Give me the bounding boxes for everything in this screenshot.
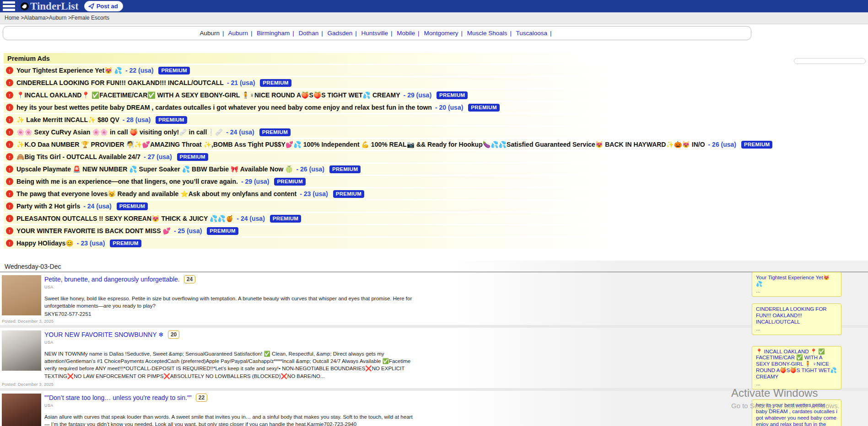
- premium-ad-row[interactable]: Your Tightest Experience Yet😻 💦 - 22 (us…: [4, 65, 612, 76]
- premium-ad-title[interactable]: Happy HOlidays😊: [16, 240, 74, 247]
- premium-badge: PREMIUM: [207, 227, 238, 235]
- premium-ad-title[interactable]: PLEASANTON OUTCALLS !! SEXY KOREAN😻 THIC…: [16, 215, 233, 222]
- listing-title-link[interactable]: Petite, brunette, and dangerously unforg…: [44, 276, 180, 283]
- premium-ad-row[interactable]: Party with 2 Hot girls - 24 (usa) PREMIU…: [4, 201, 612, 212]
- sidebar-ad-link[interactable]: hey its your best wettes petite baby DRE…: [756, 402, 837, 426]
- premium-ad-row[interactable]: hey its your best wettes petite baby DRE…: [4, 102, 612, 113]
- premium-ad-title[interactable]: hey its your best wettes petite baby DRE…: [16, 104, 432, 111]
- sidebar-ad-ellipsis: ...: [756, 381, 837, 387]
- premium-ad-row[interactable]: Being with me is an experience—one that …: [4, 176, 612, 187]
- breadcrumb[interactable]: Home >Alabama>Auburn >Female Escorts: [0, 12, 868, 24]
- hamburger-menu-icon[interactable]: [3, 1, 15, 11]
- city-separator: |: [222, 30, 224, 37]
- listing-description: Asian allure with curves that speak loud…: [44, 413, 417, 426]
- premium-ads-list: Your Tightest Experience Yet😻 💦 - 22 (us…: [4, 65, 736, 249]
- premium-ad-row[interactable]: 📍INCALL OAKLAND📍 ✅FACETIME/CAR✅ WITH A S…: [4, 90, 612, 101]
- listing-contact: SKYE702-577-2251: [44, 310, 417, 318]
- premium-badge: PREMIUM: [437, 91, 468, 99]
- city-link[interactable]: Montgomery: [424, 30, 458, 37]
- city-link[interactable]: Auburn: [199, 30, 220, 37]
- post-ad-button[interactable]: Post ad: [84, 1, 123, 11]
- premium-badge: PREMIUM: [329, 165, 361, 173]
- listing-thumbnail[interactable]: [2, 330, 41, 371]
- listing-country: USA: [44, 403, 417, 408]
- premium-ad-row[interactable]: Happy HOlidays😊 - 23 (usa) PREMIUM: [4, 238, 612, 249]
- premium-ad-row[interactable]: YOUR WINTER FAVORITE IS BACK DONT MISS 💕…: [4, 225, 612, 236]
- premium-badge: PREMIUM: [177, 153, 208, 161]
- city-link[interactable]: Auburn: [228, 30, 248, 37]
- inline-horizontal-scrollbar[interactable]: [794, 58, 866, 64]
- sidebar-ad-box[interactable]: 📍 INCALL OAKLAND 📍 ✅ FACETIME/CAR ✅ WITH…: [752, 346, 841, 390]
- listing-description: Sweet like honey, bold like espresso. Pe…: [44, 295, 417, 309]
- arrow-up-icon: [6, 141, 13, 148]
- premium-ad-title[interactable]: ✨ Lake Merritt INCALL✨ $80 QV: [16, 116, 119, 123]
- premium-ad-title[interactable]: CINDERELLA LOOKING FOR FUN!!! OAKLAND!!!…: [16, 79, 224, 86]
- premium-ad-row[interactable]: 🌸🌸 Sexy CuRvy Asian 🌸🌸 in call 🍑 visitin…: [4, 127, 612, 138]
- premium-ad-age: - 26 (usa): [296, 165, 324, 173]
- arrow-up-icon: [6, 153, 13, 160]
- listing-title-link[interactable]: YOUR NEW FAVORITE SNOWBUNNY ❄: [44, 331, 164, 338]
- sidebar-ad-ellipsis: ...: [756, 326, 837, 332]
- sidebar-ad-box[interactable]: hey its your best wettes petite baby DRE…: [752, 399, 841, 426]
- city-link[interactable]: Huntsville: [361, 30, 388, 37]
- sidebar-ad-link[interactable]: CINDERELLA LOOKING FOR FUN!!! OAKLAND!!!…: [756, 306, 827, 325]
- listing-thumbnail[interactable]: [2, 275, 41, 315]
- premium-ad-title[interactable]: 🙈Big Tits Girl - OUTCALL Available 24/7: [16, 153, 140, 160]
- listing-item: ""Don’t stare too long… unless you’re re…: [0, 391, 868, 426]
- premium-ad-title[interactable]: YOUR WINTER FAVORITE IS BACK DONT MISS 💕: [16, 227, 171, 234]
- site-logo[interactable]: TinderList: [21, 1, 79, 11]
- city-link[interactable]: Mobile: [397, 30, 415, 37]
- premium-ad-title[interactable]: 📍INCALL OAKLAND📍 ✅FACETIME/CAR✅ WITH A S…: [16, 91, 400, 99]
- premium-ad-title[interactable]: The pawg that everyone loves😼 Ready and …: [16, 190, 297, 197]
- city-link[interactable]: Gadsden: [327, 30, 352, 37]
- city-nav-box: Auburn| Auburn| Birmingham| Dothan| Gads…: [3, 26, 751, 40]
- paper-plane-icon: [88, 3, 94, 9]
- date-header: Wednesday-03-Dec: [0, 261, 868, 272]
- premium-ad-title[interactable]: Your Tightest Experience Yet😻 💦: [16, 67, 122, 74]
- arrow-up-icon: [6, 202, 13, 210]
- listing-thumbnail[interactable]: [2, 394, 41, 426]
- premium-ad-age: - 21 (usa): [227, 79, 255, 86]
- premium-ad-age: - 24 (usa): [226, 128, 254, 136]
- premium-ad-row[interactable]: ✨K.O Daa NUMBER 🏆 PROVIDER 🧖✨💕AMAZING Th…: [4, 139, 612, 150]
- logo-flame-icon: [21, 2, 29, 11]
- listings-list: Petite, brunette, and dangerously unforg…: [0, 272, 868, 426]
- premium-ad-row[interactable]: PLEASANTON OUTCALLS !! SEXY KOREAN😻 THIC…: [4, 213, 612, 224]
- sidebar-ad-box[interactable]: Your Tightest Experience Yet😻 💦 ...: [752, 272, 841, 297]
- premium-badge: PREMIUM: [333, 190, 364, 198]
- premium-ad-title[interactable]: Upscale Playmate 🚨 NEW NUMBER 💦 Super So…: [16, 165, 293, 173]
- premium-ad-title[interactable]: Party with 2 Hot girls: [16, 202, 80, 210]
- premium-ad-row[interactable]: ✨ Lake Merritt INCALL✨ $80 QV - 28 (usa)…: [4, 114, 612, 125]
- city-link[interactable]: Dothan: [299, 30, 319, 37]
- city-item: Montgomery|: [424, 30, 465, 37]
- premium-ad-title[interactable]: 🌸🌸 Sexy CuRvy Asian 🌸🌸 in call 🍑 visitin…: [16, 128, 223, 136]
- premium-ad-title[interactable]: Being with me is an experience—one that …: [16, 178, 238, 185]
- city-links: Auburn| Auburn| Birmingham| Dothan| Gads…: [199, 30, 554, 37]
- listing-item: YOUR NEW FAVORITE SNOWBUNNY ❄ 20 USA NEW…: [0, 328, 868, 390]
- sidebar-ad-box[interactable]: CINDERELLA LOOKING FOR FUN!!! OAKLAND!!!…: [752, 304, 841, 335]
- city-link[interactable]: Muscle Shoals: [467, 30, 507, 37]
- premium-ad-age: - 22 (usa): [125, 67, 153, 74]
- listing-title-link[interactable]: ""Don’t stare too long… unless you’re re…: [44, 394, 192, 401]
- listings-section: Wednesday-03-Dec Petite, brunette, and d…: [0, 261, 868, 426]
- city-separator: |: [510, 30, 512, 37]
- premium-ad-row[interactable]: CINDERELLA LOOKING FOR FUN!!! OAKLAND!!!…: [4, 77, 612, 88]
- sidebar-ad-link[interactable]: Your Tightest Experience Yet😻 💦: [756, 275, 830, 287]
- premium-ad-title[interactable]: ✨K.O Daa NUMBER 🏆 PROVIDER 🧖✨💕AMAZING Th…: [16, 141, 705, 148]
- premium-ad-row[interactable]: Upscale Playmate 🚨 NEW NUMBER 💦 Super So…: [4, 164, 612, 175]
- city-link[interactable]: Birmingham: [257, 30, 290, 37]
- premium-badge: PREMIUM: [270, 215, 301, 223]
- sidebar-ad-ellipsis: ...: [756, 288, 837, 294]
- premium-badge: PREMIUM: [156, 116, 187, 124]
- city-link[interactable]: Tuscaloosa: [516, 30, 548, 37]
- arrow-up-icon: [6, 128, 13, 136]
- premium-ad-age: - 29 (usa): [241, 178, 269, 185]
- premium-badge: PREMIUM: [274, 178, 305, 186]
- arrow-up-icon: [6, 104, 13, 111]
- premium-badge: PREMIUM: [158, 67, 189, 75]
- premium-ad-row[interactable]: 🙈Big Tits Girl - OUTCALL Available 24/7 …: [4, 151, 612, 162]
- sidebar-ad-link[interactable]: 📍 INCALL OAKLAND 📍 ✅ FACETIME/CAR ✅ WITH…: [756, 349, 837, 379]
- arrow-up-icon: [6, 227, 13, 234]
- post-ad-label: Post ad: [97, 3, 118, 10]
- premium-ad-row[interactable]: The pawg that everyone loves😼 Ready and …: [4, 188, 612, 199]
